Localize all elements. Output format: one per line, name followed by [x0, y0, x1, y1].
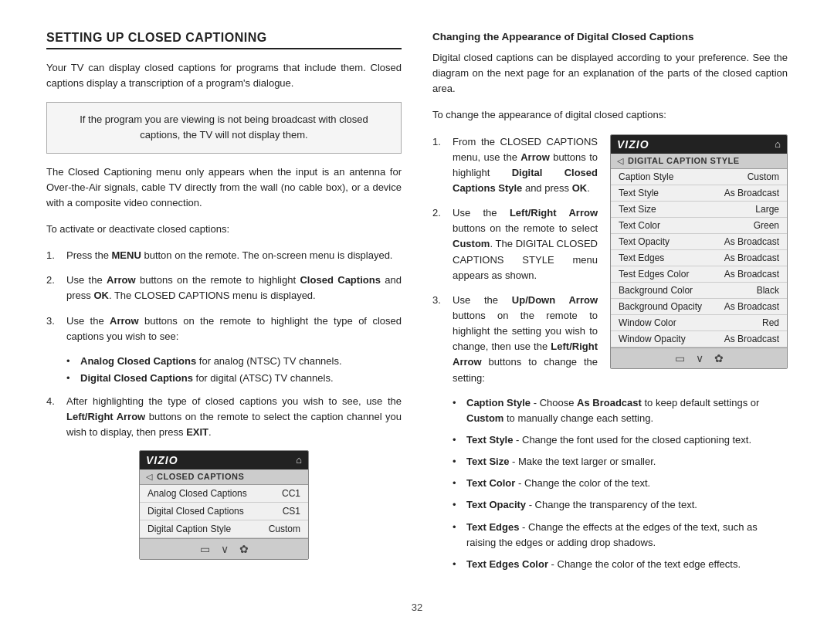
bullet-2: Digital Closed Captions for digital (ATS… — [66, 371, 402, 386]
step-1: 1. Press the MENU button on the remote. … — [46, 248, 402, 263]
step-1-num: 1. — [46, 248, 60, 263]
right-step-3: 3. Use the Up/Down Arrow buttons on the … — [432, 293, 598, 386]
right-bullet-7: Text Edges Color - Change the color of t… — [453, 557, 788, 572]
left-row-3-value: Custom — [269, 524, 300, 534]
right-menu-nav: ◁ DIGITAL CAPTION STYLE — [611, 154, 787, 169]
right-menu-row-5: Text Opacity As Broadcast — [611, 234, 787, 250]
left-menu-row-2: Digital Closed Captions CS1 — [140, 503, 308, 520]
right-bullet-1-content: Caption Style - Choose As Broadcast to k… — [466, 395, 788, 426]
body-text: The Closed Captioning menu only appears … — [46, 164, 402, 211]
right-menu-row-6: Text Edges As Broadcast — [611, 250, 787, 266]
right-step-3-num: 3. — [432, 293, 446, 386]
right-column: Changing the Appearance of Digital Close… — [432, 31, 788, 578]
right-step-1: 1. From the CLOSED CAPTIONS menu, use th… — [432, 134, 598, 197]
right-menu-footer: ▭ ∨ ✿ — [611, 347, 787, 368]
rb4-bold: Text Color — [466, 477, 515, 489]
right-row-3-label: Text Size — [619, 204, 656, 215]
left-row-2-label: Digital Closed Captions — [147, 506, 244, 517]
right-bullet-1: Caption Style - Choose As Broadcast to k… — [453, 395, 788, 426]
r-s1-bold3: OK — [572, 182, 588, 194]
right-bullet-5: Text Opacity - Change the transparency o… — [453, 497, 788, 513]
step-1-content: Press the MENU button on the remote. The… — [66, 248, 402, 263]
rb5-bold: Text Opacity — [466, 499, 526, 510]
right-row-5-label: Text Opacity — [619, 236, 670, 247]
right-row-7-value: As Broadcast — [724, 269, 779, 280]
left-menu-row-1: Analog Closed Captions CC1 — [140, 485, 308, 503]
r-s3-bold: Up/Down Arrow — [512, 294, 598, 306]
rb3-bold: Text Size — [466, 456, 509, 467]
right-menu-row-2: Text Style As Broadcast — [611, 185, 787, 202]
right-step-2: 2. Use the Left/Right Arrow buttons on t… — [432, 205, 598, 283]
step-2-num: 2. — [46, 273, 60, 303]
right-row-9-label: Background Opacity — [619, 301, 702, 312]
right-row-4-value: Green — [754, 220, 779, 231]
right-menu-row-11: Window Opacity As Broadcast — [611, 331, 787, 347]
right-menu-logo: VIZIO — [617, 138, 649, 151]
notice-box: If the program you are viewing is not be… — [46, 102, 402, 153]
right-step-2-content: Use the Left/Right Arrow buttons on the … — [453, 205, 598, 283]
right-row-9-value: As Broadcast — [724, 301, 779, 312]
right-bullet-4: Text Color - Change the color of the tex… — [453, 476, 788, 491]
left-footer-icon-1: ▭ — [200, 543, 210, 555]
step-1-text: Press the — [66, 249, 112, 261]
right-row-2-value: As Broadcast — [724, 188, 779, 198]
right-row-4-label: Text Color — [619, 220, 660, 231]
step-2-bold3: OK — [93, 290, 109, 301]
right-menu-row-3: Text Size Large — [611, 202, 787, 218]
bullet-list: Analog Closed Captions for analog (NTSC)… — [66, 354, 402, 386]
page-layout: SETTING UP CLOSED CAPTIONING Your TV can… — [46, 31, 788, 578]
section-title: SETTING UP CLOSED CAPTIONING — [46, 31, 402, 49]
right-step-2-num: 2. — [432, 205, 446, 283]
bullet-2-bold: Digital Closed Captions — [80, 372, 193, 384]
rb1-bold2: As Broadcast — [577, 397, 642, 408]
right-row-10-label: Window Color — [619, 317, 676, 328]
right-row-7-label: Test Edges Color — [619, 269, 689, 280]
left-menu-row-3: Digital Caption Style Custom — [140, 520, 308, 538]
right-row-2-label: Text Style — [619, 188, 659, 198]
left-column: SETTING UP CLOSED CAPTIONING Your TV can… — [46, 31, 402, 578]
right-bullet-7-content: Text Edges Color - Change the color of t… — [466, 557, 741, 572]
right-row-1-label: Caption Style — [619, 171, 673, 182]
rb1-bold: Caption Style — [466, 397, 531, 408]
right-menu-row-1: Caption Style Custom — [611, 169, 787, 185]
right-row-8-value: Black — [757, 285, 779, 296]
right-row-8-label: Background Color — [619, 285, 693, 296]
r-s2-bold2: Custom — [453, 238, 490, 249]
right-step-3-content: Use the Up/Down Arrow buttons on the rem… — [453, 293, 598, 386]
left-menu-nav: ◁ CLOSED CAPTIONS — [140, 469, 308, 485]
right-to-change: To change the appearance of digital clos… — [432, 107, 788, 123]
right-bullet-2-content: Text Style - Change the font used for th… — [466, 432, 751, 448]
step-4-content: After highlighting the type of closed ca… — [66, 394, 402, 440]
rb2-bold: Text Style — [466, 434, 513, 446]
right-menu-home-icon: ⌂ — [775, 138, 781, 150]
left-menu-nav-label: CLOSED CAPTIONS — [157, 472, 244, 481]
activate-label: To activate or deactivate closed caption… — [46, 222, 402, 237]
right-row-1-value: Custom — [748, 171, 779, 182]
left-footer-icon-2: ∨ — [221, 543, 229, 555]
right-bullet-6: Text Edges - Change the effects at the e… — [453, 520, 788, 551]
step-3: 3. Use the Arrow buttons on the remote t… — [46, 314, 402, 344]
bullet-1-content: Analog Closed Captions for analog (NTSC)… — [80, 354, 342, 369]
right-menu-row-8: Background Color Black — [611, 283, 787, 299]
r-s2-bold: Left/Right Arrow — [510, 207, 598, 219]
left-tv-menu: VIZIO ⌂ ◁ CLOSED CAPTIONS Analog Closed … — [139, 450, 309, 560]
right-step-1-content: From the CLOSED CAPTIONS menu, use the A… — [453, 134, 598, 197]
right-menu-row-9: Background Opacity As Broadcast — [611, 299, 787, 315]
step-2-bold: Arrow — [107, 274, 136, 286]
step-1-text2: button on the remote. The on-screen menu… — [141, 249, 393, 261]
right-bullet-6-content: Text Edges - Change the effects at the e… — [466, 520, 788, 551]
bullet-1: Analog Closed Captions for analog (NTSC)… — [66, 354, 402, 369]
steps-list: 1. Press the MENU button on the remote. … — [46, 248, 402, 344]
left-row-3-label: Digital Caption Style — [147, 524, 231, 534]
right-row-6-value: As Broadcast — [724, 253, 779, 263]
notice-text: If the program you are viewing is not be… — [80, 114, 368, 141]
left-row-2-value: CS1 — [283, 506, 300, 517]
step-2: 2. Use the Arrow buttons on the remote t… — [46, 273, 402, 303]
step-4: 4. After highlighting the type of closed… — [46, 394, 402, 440]
right-row-3-value: Large — [755, 204, 779, 215]
step-1-bold: MENU — [112, 249, 141, 261]
left-row-1-value: CC1 — [282, 488, 300, 499]
step-3-bold: Arrow — [110, 315, 139, 327]
right-menu-row-10: Window Color Red — [611, 315, 787, 331]
right-row-11-value: As Broadcast — [724, 334, 779, 344]
